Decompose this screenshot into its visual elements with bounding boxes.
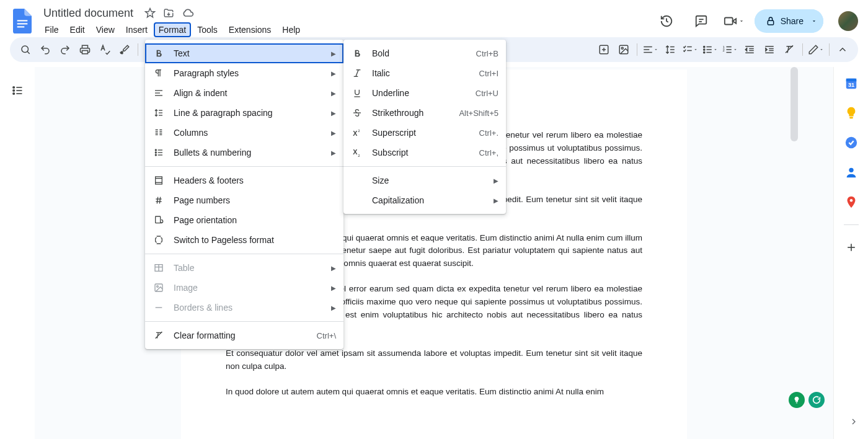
format-menu-item-text[interactable]: Text▶ (145, 43, 343, 63)
line-spacing-icon[interactable] (661, 40, 680, 59)
menu-item-label: Page numbers (174, 195, 336, 205)
menu-format[interactable]: Format (154, 22, 191, 37)
borders-icon (153, 301, 165, 314)
menu-item-label: Columns (174, 128, 322, 138)
svg-text:2: 2 (723, 48, 725, 52)
shortcut: Ctrl+. (479, 128, 498, 138)
format-menu-item-page-orientation[interactable]: Page orientation (145, 210, 343, 230)
menu-help[interactable]: Help (277, 22, 305, 37)
menu-view[interactable]: View (91, 22, 120, 37)
text-submenu-item-underline[interactable]: UnderlineCtrl+U (343, 83, 506, 103)
submenu-arrow-icon: ▶ (331, 285, 336, 291)
lightbulb-badge[interactable] (789, 392, 805, 408)
format-menu-item-bullets-numbering[interactable]: Bullets & numbering▶ (145, 143, 343, 162)
format-menu-item-switch-to-pageless-format[interactable]: Switch to Pageless format (145, 230, 343, 250)
submenu-arrow-icon: ▶ (331, 149, 336, 156)
right-rail: 31 (833, 67, 868, 439)
keep-icon[interactable] (844, 105, 859, 120)
collapse-toolbar-icon[interactable] (833, 40, 852, 59)
text-submenu-item-italic[interactable]: ItalicCtrl+I (343, 63, 506, 83)
menu-extensions[interactable]: Extensions (224, 22, 276, 37)
outline-icon[interactable] (7, 81, 27, 100)
align-icon[interactable] (641, 40, 660, 59)
cloud-icon[interactable] (182, 7, 194, 19)
doc-title[interactable]: Untitled document (40, 6, 137, 21)
image-icon[interactable] (614, 40, 633, 59)
text-submenu-item-superscript[interactable]: X2SuperscriptCtrl+. (343, 123, 506, 143)
numbered-list-icon[interactable]: 12 (720, 40, 739, 59)
menu-tools[interactable]: Tools (192, 22, 223, 37)
contacts-icon[interactable] (844, 165, 859, 180)
svg-line-86 (159, 197, 160, 204)
maps-icon[interactable] (844, 195, 859, 210)
text-submenu-item-subscript[interactable]: X2SubscriptCtrl+, (343, 143, 506, 162)
format-menu-item-headers-footers[interactable]: Headers & footers (145, 171, 343, 190)
grammarly-icon[interactable] (808, 392, 825, 408)
move-icon[interactable] (163, 7, 174, 19)
indent-decrease-icon[interactable] (740, 40, 759, 59)
format-menu-item-line-paragraph-spacing[interactable]: Line & paragraph spacing▶ (145, 103, 343, 123)
strike-icon (351, 107, 363, 119)
paint-icon[interactable] (115, 40, 134, 59)
menu-insert[interactable]: Insert (121, 22, 153, 37)
format-menu-item-page-numbers[interactable]: Page numbers (145, 190, 343, 210)
grammarly-badges[interactable] (789, 392, 825, 408)
svg-rect-80 (156, 177, 162, 184)
format-menu-item-image: Image▶ (145, 278, 343, 298)
text-submenu-item-bold[interactable]: BoldCtrl+B (343, 43, 506, 63)
svg-point-44 (13, 93, 15, 95)
print-icon[interactable] (76, 40, 94, 59)
menu-item-label: Page orientation (174, 215, 336, 225)
spellcheck-icon[interactable] (95, 40, 114, 59)
history-icon[interactable] (654, 9, 679, 33)
svg-text:2: 2 (358, 154, 360, 157)
text-submenu-item-capitalization[interactable]: Capitalization▶ (343, 190, 506, 210)
clear-format-icon[interactable] (780, 40, 799, 59)
paragraph[interactable]: Et consequatur dolor vel amet ipsam sit … (226, 347, 642, 373)
submenu-arrow-icon: ▶ (331, 50, 336, 57)
meet-button[interactable] (724, 14, 745, 28)
paragraph[interactable]: In quod dolore ut autem autem qui quaera… (226, 386, 642, 399)
text-submenu-item-size[interactable]: Size▶ (343, 171, 506, 190)
search-icon[interactable] (16, 40, 35, 59)
menu-item-label: Borders & lines (174, 303, 322, 313)
side-panel-toggle-icon[interactable] (849, 417, 859, 427)
tasks-icon[interactable] (844, 135, 859, 150)
docs-logo[interactable] (10, 9, 35, 33)
format-menu-item-columns[interactable]: Columns▶ (145, 123, 343, 143)
comment-icon[interactable] (689, 9, 714, 33)
clear-icon (153, 329, 165, 342)
star-icon[interactable] (144, 7, 156, 19)
avatar[interactable] (838, 11, 858, 31)
svg-line-96 (356, 70, 358, 77)
format-menu-item-paragraph-styles[interactable]: Paragraph styles▶ (145, 63, 343, 83)
insert-image-icon[interactable] (595, 40, 613, 59)
redo-icon[interactable] (56, 40, 74, 59)
paragraph-icon (153, 67, 165, 79)
svg-rect-87 (156, 216, 161, 223)
calendar-icon[interactable]: 31 (844, 76, 859, 91)
share-caret[interactable] (805, 9, 823, 33)
svg-point-75 (155, 152, 156, 153)
format-menu-item-align-indent[interactable]: Align & indent▶ (145, 83, 343, 103)
undo-icon[interactable] (36, 40, 55, 59)
linespacing-icon (153, 107, 165, 119)
scrollbar[interactable] (790, 67, 798, 141)
align-icon (153, 87, 165, 99)
shortcut: Ctrl+I (479, 69, 498, 78)
submenu-arrow-icon: ▶ (331, 70, 336, 77)
format-menu-item-clear-formatting[interactable]: Clear formattingCtrl+\ (145, 326, 343, 345)
svg-rect-5 (724, 18, 732, 25)
menu-file[interactable]: File (40, 22, 64, 37)
add-icon[interactable] (844, 240, 859, 255)
svg-text:31: 31 (848, 82, 854, 88)
menu-edit[interactable]: Edit (65, 22, 90, 37)
underline-icon (351, 87, 363, 99)
indent-increase-icon[interactable] (760, 40, 779, 59)
text-submenu-item-strikethrough[interactable]: StrikethroughAlt+Shift+5 (343, 103, 506, 123)
bullet-list-icon[interactable] (701, 40, 719, 59)
menu-item-label: Size (372, 175, 485, 185)
edit-mode-icon[interactable] (807, 40, 825, 59)
table-icon (153, 262, 165, 274)
checklist-icon[interactable] (681, 40, 699, 59)
